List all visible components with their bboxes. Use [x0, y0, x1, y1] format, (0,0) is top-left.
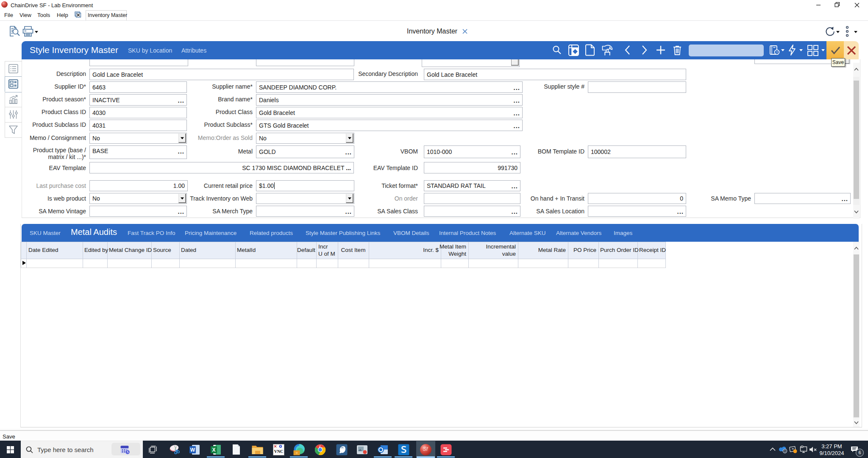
svg-text:X: X [212, 447, 215, 453]
svg-text:W: W [190, 447, 195, 453]
svg-text:VNC: VNC [274, 449, 284, 454]
svg-text:?: ? [776, 50, 778, 54]
